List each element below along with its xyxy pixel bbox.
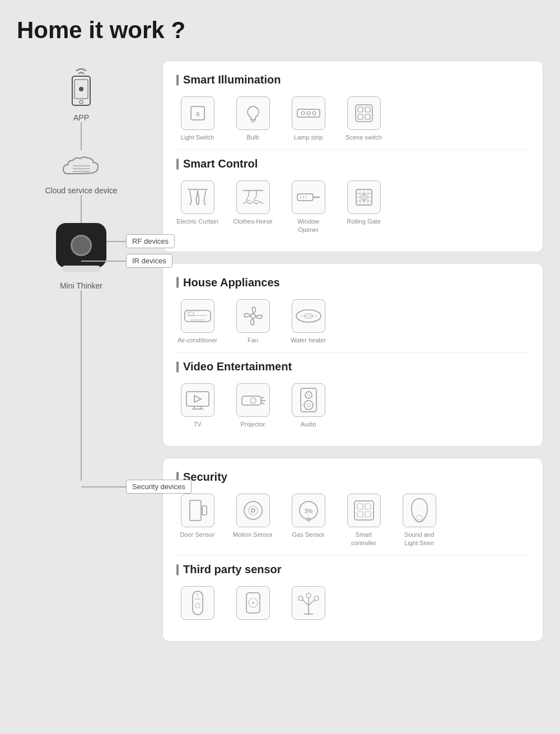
security-hline: [81, 486, 126, 487]
cloud-label: Cloud service device: [45, 186, 117, 195]
icon-tv: TV: [176, 383, 218, 428]
section-bar: [176, 75, 179, 86]
icon-window-opener: Window Opener: [287, 180, 329, 234]
svg-rect-16: [358, 107, 363, 112]
scene-switch-icon-box: [347, 96, 381, 130]
rolling-gate-label: Rolling Gate: [347, 217, 381, 225]
lamp-strip-icon-box: [292, 96, 325, 130]
water-heater-icon-box: [292, 299, 325, 333]
minithinker-section: RF devices Mini Thinker IR devices: [17, 223, 146, 290]
svg-line-44: [261, 397, 264, 398]
security-connector: Security devices: [81, 480, 192, 494]
ir-hline: [81, 261, 126, 262]
siren-icon-box: [403, 494, 436, 527]
card-security: Security Door Sensor: [162, 458, 543, 642]
section-video-entertainment: Video Entertainment: [176, 360, 529, 373]
clothes-horse-icon-box: [236, 180, 270, 214]
smart-controller-icon-box: [347, 494, 381, 527]
ac-icon-box: [181, 299, 214, 333]
rolling-gate-svg: [353, 186, 375, 208]
section-smart-control: Smart Control: [176, 157, 529, 170]
scene-switch-svg: [353, 102, 375, 124]
icon-light-switch: a Light Switch: [176, 96, 218, 141]
light-switch-label: Light Switch: [181, 133, 214, 141]
svg-point-14: [312, 112, 316, 115]
sensor1-svg: [189, 589, 206, 617]
door-sensor-svg: [185, 498, 210, 523]
door-sensor-icon-box: [181, 494, 214, 527]
line-cloud-device: [81, 195, 82, 223]
svg-point-12: [301, 112, 305, 115]
svg-rect-63: [365, 504, 371, 509]
light-switch-svg: a: [186, 102, 209, 124]
svg-rect-17: [365, 107, 370, 112]
icon-ac: Air-conditioner: [176, 299, 218, 344]
house-appliances-icons: Air-conditioner Fan: [176, 299, 529, 344]
svg-rect-11: [297, 109, 320, 117]
door-sensor-label: Door Sensor: [180, 531, 215, 538]
window-opener-icon-box: [292, 180, 325, 214]
bulb-label: Bulb: [246, 133, 259, 141]
bulb-svg: [242, 102, 264, 124]
svg-point-49: [305, 392, 312, 398]
gas-sensor-label: Gas Sensor: [292, 531, 324, 538]
icon-motion-sensor: Motion Sensor: [232, 494, 274, 538]
svg-point-13: [307, 112, 310, 115]
projector-icon-box: [236, 383, 270, 417]
lamp-strip-label: Lamp strip: [294, 133, 323, 141]
svg-line-46: [261, 403, 264, 404]
svg-rect-19: [365, 114, 370, 119]
svg-rect-43: [242, 396, 261, 405]
smart-control-title: Smart Control: [183, 157, 258, 170]
left-panel: APP Cloud service device: [17, 61, 146, 481]
icon-door-sensor: Door Sensor: [176, 494, 218, 538]
svg-point-80: [306, 593, 311, 598]
sensor3-svg: [296, 589, 321, 616]
icon-sensor1: [176, 586, 218, 623]
svg-point-3: [79, 87, 83, 91]
phone-icon: [64, 66, 98, 111]
section-smart-illumination: Smart Illumination: [176, 73, 529, 86]
fan-svg: [241, 304, 265, 328]
scene-switch-label: Scene switch: [346, 133, 382, 141]
motion-sensor-label: Motion Sensor: [233, 531, 273, 538]
line-app-cloud: [81, 122, 82, 150]
sensor2-icon-box: [236, 586, 270, 620]
svg-rect-24: [297, 194, 313, 201]
thinker-inner-circle: [71, 235, 92, 256]
tv-icon-box: [181, 383, 214, 417]
ir-connector: IR devices: [81, 254, 172, 268]
svg-point-2: [80, 100, 83, 104]
svg-rect-62: [357, 504, 363, 509]
motion-sensor-svg: [241, 498, 265, 523]
svg-line-75: [302, 600, 309, 605]
icon-curtain: Electric Curtain: [176, 180, 218, 225]
divider-2: [176, 352, 529, 352]
section-house-appliances: House Appliances: [176, 276, 529, 289]
icon-siren: Sound and Light Siren: [398, 494, 440, 547]
ac-label: Air-conditioner: [178, 336, 217, 344]
gas-sensor-svg: 3%: [296, 498, 321, 523]
clothes-horse-svg: [241, 185, 265, 210]
svg-point-69: [195, 603, 200, 608]
svg-marker-39: [194, 396, 201, 402]
video-entertainment-icons: TV Projector: [176, 383, 529, 428]
sensor1-icon-box: [181, 586, 214, 620]
section-bar-4: [176, 361, 179, 373]
svg-line-76: [309, 600, 315, 605]
third-party-icons: [176, 586, 529, 623]
svg-rect-53: [190, 500, 201, 521]
video-entertainment-title: Video Entertainment: [183, 360, 292, 373]
icon-smart-controller: Smart controller: [343, 494, 385, 547]
fan-icon-box: [236, 299, 270, 333]
water-heater-svg: [295, 308, 323, 324]
house-appliances-title: House Appliances: [183, 276, 280, 289]
ac-svg: [184, 308, 212, 324]
section-third-party: Third party sensor: [176, 563, 529, 576]
projector-label: Projector: [240, 420, 265, 428]
svg-rect-18: [358, 114, 363, 119]
smart-controller-label: Smart controller: [343, 531, 385, 547]
svg-point-55: [244, 501, 262, 519]
svg-point-73: [252, 602, 254, 604]
siren-label: Sound and Light Siren: [398, 531, 440, 547]
